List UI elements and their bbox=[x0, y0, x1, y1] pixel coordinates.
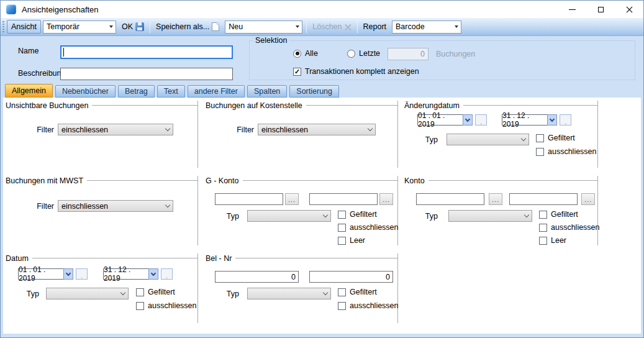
maximize-icon bbox=[598, 7, 604, 12]
tab-nebenbuecher[interactable]: Nebenbücher bbox=[55, 85, 116, 98]
group-title: Buchungen mit MWST bbox=[6, 176, 83, 185]
date-from-extra-button[interactable]: . bbox=[475, 114, 487, 126]
dropdown-arrow-icon bbox=[296, 25, 299, 28]
neu-combo[interactable]: Neu bbox=[225, 21, 302, 34]
date-from-dropdown-button[interactable] bbox=[63, 268, 73, 280]
filter-label: Filter bbox=[212, 126, 254, 134]
tab-spalten[interactable]: Spalten bbox=[247, 85, 287, 98]
maximize-button[interactable] bbox=[586, 1, 615, 18]
toolbar-separator bbox=[306, 21, 307, 33]
gkonto-from-input[interactable] bbox=[215, 193, 283, 205]
gefiltert-checkbox[interactable]: Gefiltert bbox=[539, 210, 578, 219]
typ-select[interactable] bbox=[447, 134, 529, 145]
gefiltert-checkbox[interactable]: Gefiltert bbox=[338, 210, 377, 219]
chevron-down-icon bbox=[151, 271, 156, 276]
ok-button[interactable]: OK bbox=[118, 21, 148, 33]
gkonto-to-browse-button[interactable]: ... bbox=[379, 193, 393, 205]
gkonto-to-input[interactable] bbox=[309, 193, 378, 205]
ausschliessen-checkbox[interactable]: ausschliessen bbox=[338, 223, 399, 232]
toolbar-grip[interactable] bbox=[2, 21, 4, 32]
radio-icon bbox=[347, 50, 355, 58]
chevron-down-icon bbox=[524, 212, 529, 217]
konto-to-input[interactable] bbox=[509, 193, 578, 205]
close-button[interactable] bbox=[615, 1, 643, 18]
view-combo[interactable]: Temporär bbox=[43, 21, 116, 34]
gefiltert-checkbox[interactable]: Gefiltert bbox=[536, 134, 575, 142]
tab-text[interactable]: Text bbox=[157, 85, 185, 98]
date-to-extra-button[interactable]: . bbox=[560, 114, 571, 126]
group-title: Unsichtbare Buchungen bbox=[6, 101, 88, 110]
date-to-input[interactable]: 31 . 12 . 2019 bbox=[502, 114, 548, 126]
name-label: Name bbox=[18, 47, 39, 55]
typ-label: Typ bbox=[410, 212, 438, 221]
report-button[interactable]: Report bbox=[360, 21, 391, 33]
filter-select[interactable]: einschliessen bbox=[58, 200, 173, 212]
ausschliessen-checkbox[interactable]: ausschliessen bbox=[536, 147, 597, 156]
konto-from-input[interactable] bbox=[416, 193, 484, 205]
typ-select[interactable] bbox=[247, 210, 331, 222]
beschreibung-input[interactable] bbox=[60, 68, 233, 80]
leer-checkbox[interactable]: Leer bbox=[539, 236, 566, 245]
group-title: Bel - Nr bbox=[206, 254, 232, 263]
chevron-down-icon bbox=[66, 271, 71, 276]
ausschliessen-checkbox[interactable]: ausschliessen bbox=[136, 301, 197, 310]
app-icon bbox=[6, 4, 16, 14]
konto-from-browse-button[interactable]: ... bbox=[489, 193, 502, 205]
typ-select[interactable] bbox=[448, 210, 532, 222]
dropdown-arrow-icon bbox=[109, 25, 113, 28]
date-from-dropdown-button[interactable] bbox=[463, 114, 473, 126]
ansichteigenschaften-window: Ansichteigenschaften Ansicht Temporär OK… bbox=[0, 0, 644, 338]
checkbox-icon bbox=[338, 302, 346, 310]
ausschliessen-checkbox[interactable]: ausschliessen bbox=[539, 223, 600, 232]
ansicht-button[interactable]: Ansicht bbox=[7, 20, 41, 34]
konto-to-browse-button[interactable]: ... bbox=[581, 193, 595, 205]
tab-content-allgemein: Unsichtbare Buchungen Filter einschliess… bbox=[3, 98, 641, 334]
selektion-title: Selektion bbox=[253, 36, 289, 45]
typ-select[interactable] bbox=[46, 288, 129, 299]
checkbox-icon bbox=[338, 211, 346, 219]
text-caret bbox=[63, 48, 64, 57]
filter-select[interactable]: einschliessen bbox=[58, 124, 173, 135]
loeschen-button[interactable]: Löschen bbox=[309, 21, 355, 33]
ausschliessen-checkbox[interactable]: ausschliessen bbox=[338, 301, 399, 310]
filter-label: Filter bbox=[12, 202, 54, 211]
typ-select[interactable] bbox=[247, 288, 331, 299]
tab-sortierung[interactable]: Sortierung bbox=[289, 85, 339, 98]
date-from-input[interactable]: 01 . 01 . 2019 bbox=[417, 114, 463, 126]
group-title: Buchungen auf Kostenstelle bbox=[206, 101, 302, 110]
date-to-dropdown-button[interactable] bbox=[547, 114, 557, 126]
date-to-input[interactable]: 31 . 12 . 2019 bbox=[103, 268, 149, 280]
group-buchungen-mwst: Buchungen mit MWST Filter einschliessen bbox=[6, 176, 198, 245]
gefiltert-checkbox[interactable]: Gefiltert bbox=[136, 288, 175, 296]
gkonto-from-browse-button[interactable]: ... bbox=[285, 193, 299, 205]
group-bel-nr: Bel - Nr 0 0 Typ Gefiltert ausschliessen bbox=[206, 254, 398, 323]
radio-icon bbox=[293, 50, 301, 58]
leer-checkbox[interactable]: Leer bbox=[338, 236, 365, 245]
tab-allgemein[interactable]: Allgemein bbox=[5, 84, 53, 98]
transaktionen-checkbox[interactable]: Transaktionen komplett anzeigen bbox=[293, 67, 419, 76]
minimize-button[interactable] bbox=[558, 1, 586, 18]
filter-select[interactable]: einschliessen bbox=[258, 124, 376, 135]
checkbox-icon bbox=[338, 288, 346, 296]
report-combo[interactable]: Barcode bbox=[392, 21, 461, 34]
date-from-input[interactable]: 01 . 01 . 2019 bbox=[18, 268, 64, 280]
alle-radio[interactable]: Alle bbox=[293, 49, 318, 58]
name-input[interactable] bbox=[60, 45, 233, 59]
checkbox-icon bbox=[293, 68, 301, 76]
toolbar-separator bbox=[357, 21, 358, 33]
gefiltert-checkbox[interactable]: Gefiltert bbox=[338, 288, 377, 296]
belnr-from-input[interactable]: 0 bbox=[215, 271, 299, 283]
chevron-down-icon bbox=[120, 290, 125, 295]
checkbox-icon bbox=[539, 237, 547, 245]
date-to-extra-button[interactable]: . bbox=[161, 268, 173, 280]
date-to-dropdown-button[interactable] bbox=[148, 268, 158, 280]
letzte-radio[interactable]: Letzte bbox=[347, 49, 380, 58]
tab-betrag[interactable]: Betrag bbox=[118, 85, 155, 98]
date-from-extra-button[interactable]: . bbox=[76, 268, 88, 280]
chevron-down-icon bbox=[165, 126, 170, 131]
tab-andere-filter[interactable]: andere Filter bbox=[188, 85, 245, 98]
belnr-to-input[interactable]: 0 bbox=[309, 271, 393, 283]
typ-label: Typ bbox=[410, 135, 438, 144]
letzte-count-input: 0 bbox=[388, 48, 429, 60]
speichern-als-button[interactable]: Speichern als... bbox=[152, 21, 223, 33]
